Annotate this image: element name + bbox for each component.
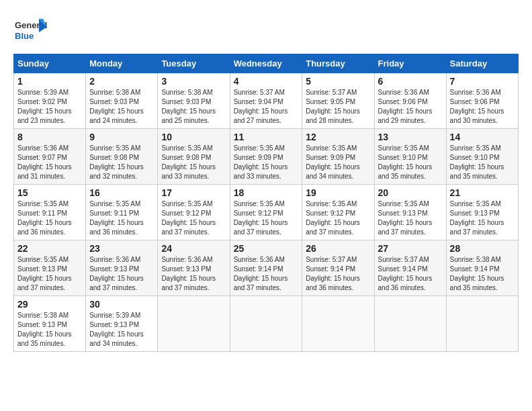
calendar-cell: 21 Sunrise: 5:35 AM Sunset: 9:13 PM Dayl… — [446, 185, 518, 240]
day-info: Sunrise: 5:36 AM Sunset: 9:07 PM Dayligh… — [17, 144, 82, 181]
day-number: 24 — [161, 243, 226, 254]
day-info: Sunrise: 5:35 AM Sunset: 9:12 PM Dayligh… — [161, 199, 226, 237]
calendar-cell: 30 Sunrise: 5:39 AM Sunset: 9:13 PM Dayl… — [86, 296, 158, 352]
day-number: 5 — [306, 76, 370, 87]
calendar-week-row: 1 Sunrise: 5:39 AM Sunset: 9:02 PM Dayli… — [14, 73, 519, 129]
day-number: 3 — [161, 76, 226, 87]
day-number: 18 — [234, 187, 299, 198]
calendar-cell: 7 Sunrise: 5:36 AM Sunset: 9:06 PM Dayli… — [446, 73, 518, 129]
day-info: Sunrise: 5:35 AM Sunset: 9:10 PM Dayligh… — [450, 144, 515, 181]
calendar-cell: 17 Sunrise: 5:35 AM Sunset: 9:12 PM Dayl… — [158, 185, 230, 240]
weekday-header: Thursday — [302, 54, 374, 73]
calendar-cell: 14 Sunrise: 5:35 AM Sunset: 9:10 PM Dayl… — [446, 129, 518, 185]
day-number: 9 — [89, 132, 154, 142]
day-info: Sunrise: 5:35 AM Sunset: 9:08 PM Dayligh… — [161, 144, 226, 181]
logo-svg: General Blue — [13, 13, 47, 47]
calendar-cell: 2 Sunrise: 5:38 AM Sunset: 9:03 PM Dayli… — [86, 73, 158, 129]
day-info: Sunrise: 5:36 AM Sunset: 9:14 PM Dayligh… — [234, 255, 299, 293]
day-info: Sunrise: 5:38 AM Sunset: 9:03 PM Dayligh… — [161, 88, 226, 126]
calendar-cell: 25 Sunrise: 5:36 AM Sunset: 9:14 PM Dayl… — [230, 240, 302, 296]
day-info: Sunrise: 5:35 AM Sunset: 9:10 PM Dayligh… — [378, 144, 443, 181]
calendar-cell: 26 Sunrise: 5:37 AM Sunset: 9:14 PM Dayl… — [302, 240, 374, 296]
day-info: Sunrise: 5:35 AM Sunset: 9:13 PM Dayligh… — [378, 199, 443, 237]
day-info: Sunrise: 5:35 AM Sunset: 9:09 PM Dayligh… — [234, 144, 299, 181]
weekday-header: Wednesday — [230, 54, 302, 73]
calendar-cell: 22 Sunrise: 5:35 AM Sunset: 9:13 PM Dayl… — [14, 240, 86, 296]
calendar-cell: 10 Sunrise: 5:35 AM Sunset: 9:08 PM Dayl… — [158, 129, 230, 185]
calendar-cell — [302, 296, 374, 352]
day-number: 8 — [17, 132, 82, 142]
calendar-cell — [158, 296, 230, 352]
day-number: 20 — [378, 187, 443, 198]
calendar-cell: 4 Sunrise: 5:37 AM Sunset: 9:04 PM Dayli… — [230, 73, 302, 129]
day-info: Sunrise: 5:38 AM Sunset: 9:03 PM Dayligh… — [89, 88, 154, 126]
day-info: Sunrise: 5:35 AM Sunset: 9:09 PM Dayligh… — [306, 144, 370, 181]
day-info: Sunrise: 5:37 AM Sunset: 9:14 PM Dayligh… — [378, 255, 443, 293]
day-number: 6 — [378, 76, 443, 87]
day-number: 12 — [306, 132, 370, 142]
day-number: 23 — [89, 243, 154, 254]
calendar-cell: 29 Sunrise: 5:38 AM Sunset: 9:13 PM Dayl… — [14, 296, 86, 352]
day-number: 26 — [306, 243, 370, 254]
day-number: 13 — [378, 132, 443, 142]
page-header: General Blue — [13, 13, 519, 47]
day-number: 19 — [306, 187, 370, 198]
calendar-cell: 19 Sunrise: 5:35 AM Sunset: 9:12 PM Dayl… — [302, 185, 374, 240]
weekday-header: Friday — [374, 54, 446, 73]
weekday-header: Saturday — [446, 54, 518, 73]
calendar-week-row: 15 Sunrise: 5:35 AM Sunset: 9:11 PM Dayl… — [14, 185, 519, 240]
calendar-header-row: SundayMondayTuesdayWednesdayThursdayFrid… — [14, 54, 519, 73]
day-info: Sunrise: 5:36 AM Sunset: 9:06 PM Dayligh… — [378, 88, 443, 126]
weekday-header: Sunday — [14, 54, 86, 73]
day-info: Sunrise: 5:37 AM Sunset: 9:05 PM Dayligh… — [306, 88, 370, 126]
day-number: 16 — [89, 187, 154, 198]
weekday-header: Monday — [86, 54, 158, 73]
calendar-week-row: 22 Sunrise: 5:35 AM Sunset: 9:13 PM Dayl… — [14, 240, 519, 296]
day-info: Sunrise: 5:37 AM Sunset: 9:04 PM Dayligh… — [234, 88, 299, 126]
calendar-cell: 3 Sunrise: 5:38 AM Sunset: 9:03 PM Dayli… — [158, 73, 230, 129]
day-info: Sunrise: 5:35 AM Sunset: 9:08 PM Dayligh… — [89, 144, 154, 181]
day-info: Sunrise: 5:38 AM Sunset: 9:14 PM Dayligh… — [450, 255, 515, 293]
calendar-week-row: 29 Sunrise: 5:38 AM Sunset: 9:13 PM Dayl… — [14, 296, 519, 352]
day-number: 11 — [234, 132, 299, 142]
calendar-cell: 20 Sunrise: 5:35 AM Sunset: 9:13 PM Dayl… — [374, 185, 446, 240]
day-number: 2 — [89, 76, 154, 87]
day-number: 27 — [378, 243, 443, 254]
calendar-cell: 27 Sunrise: 5:37 AM Sunset: 9:14 PM Dayl… — [374, 240, 446, 296]
calendar-cell: 28 Sunrise: 5:38 AM Sunset: 9:14 PM Dayl… — [446, 240, 518, 296]
day-info: Sunrise: 5:39 AM Sunset: 9:13 PM Dayligh… — [89, 311, 154, 349]
day-info: Sunrise: 5:37 AM Sunset: 9:14 PM Dayligh… — [306, 255, 370, 293]
day-info: Sunrise: 5:35 AM Sunset: 9:12 PM Dayligh… — [306, 199, 370, 237]
day-number: 10 — [161, 132, 226, 142]
calendar-cell: 13 Sunrise: 5:35 AM Sunset: 9:10 PM Dayl… — [374, 129, 446, 185]
calendar-cell — [446, 296, 518, 352]
calendar-cell: 16 Sunrise: 5:35 AM Sunset: 9:11 PM Dayl… — [86, 185, 158, 240]
calendar-cell: 23 Sunrise: 5:36 AM Sunset: 9:13 PM Dayl… — [86, 240, 158, 296]
day-info: Sunrise: 5:35 AM Sunset: 9:11 PM Dayligh… — [17, 199, 82, 237]
day-number: 15 — [17, 187, 82, 198]
day-number: 28 — [450, 243, 515, 254]
day-number: 17 — [161, 187, 226, 198]
calendar-cell — [374, 296, 446, 352]
calendar-cell: 12 Sunrise: 5:35 AM Sunset: 9:09 PM Dayl… — [302, 129, 374, 185]
day-info: Sunrise: 5:36 AM Sunset: 9:13 PM Dayligh… — [89, 255, 154, 293]
day-info: Sunrise: 5:39 AM Sunset: 9:02 PM Dayligh… — [17, 88, 82, 126]
day-info: Sunrise: 5:35 AM Sunset: 9:11 PM Dayligh… — [89, 199, 154, 237]
calendar-table: SundayMondayTuesdayWednesdayThursdayFrid… — [13, 54, 519, 352]
calendar-cell: 9 Sunrise: 5:35 AM Sunset: 9:08 PM Dayli… — [86, 129, 158, 185]
logo: General Blue — [13, 13, 51, 47]
day-number: 25 — [234, 243, 299, 254]
calendar-cell: 6 Sunrise: 5:36 AM Sunset: 9:06 PM Dayli… — [374, 73, 446, 129]
day-info: Sunrise: 5:35 AM Sunset: 9:12 PM Dayligh… — [234, 199, 299, 237]
calendar-cell: 1 Sunrise: 5:39 AM Sunset: 9:02 PM Dayli… — [14, 73, 86, 129]
calendar-cell — [230, 296, 302, 352]
day-number: 14 — [450, 132, 515, 142]
day-info: Sunrise: 5:35 AM Sunset: 9:13 PM Dayligh… — [17, 255, 82, 293]
calendar-cell: 5 Sunrise: 5:37 AM Sunset: 9:05 PM Dayli… — [302, 73, 374, 129]
day-number: 29 — [17, 299, 82, 310]
svg-text:Blue: Blue — [15, 31, 34, 41]
day-number: 30 — [89, 299, 154, 310]
calendar-cell: 8 Sunrise: 5:36 AM Sunset: 9:07 PM Dayli… — [14, 129, 86, 185]
calendar-cell: 11 Sunrise: 5:35 AM Sunset: 9:09 PM Dayl… — [230, 129, 302, 185]
day-info: Sunrise: 5:36 AM Sunset: 9:13 PM Dayligh… — [161, 255, 226, 293]
